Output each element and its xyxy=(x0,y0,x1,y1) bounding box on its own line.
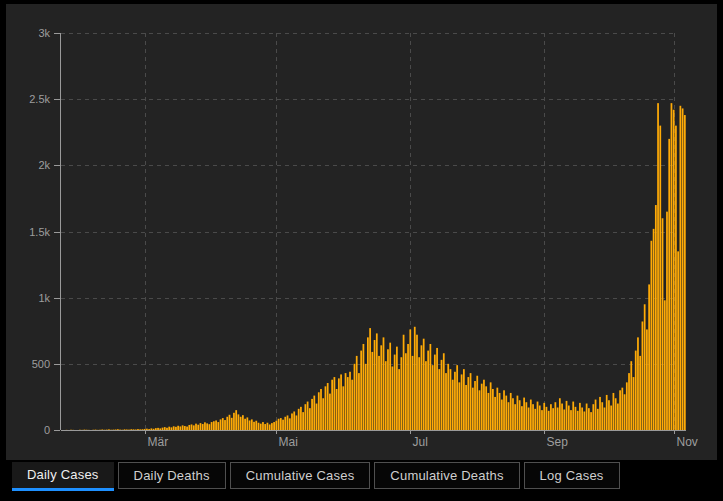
bar[interactable] xyxy=(550,404,552,430)
bar[interactable] xyxy=(164,427,166,430)
bar[interactable] xyxy=(425,361,427,430)
bar[interactable] xyxy=(563,409,565,430)
bar[interactable] xyxy=(619,390,621,430)
bar[interactable] xyxy=(443,353,445,430)
bar[interactable] xyxy=(380,345,382,430)
bar[interactable] xyxy=(615,398,617,430)
bar[interactable] xyxy=(595,400,597,430)
bar[interactable] xyxy=(275,421,277,430)
bar[interactable] xyxy=(191,424,193,430)
bar[interactable] xyxy=(342,386,344,430)
tab-cumulative-deaths[interactable]: Cumulative Deaths xyxy=(374,462,519,489)
bar[interactable] xyxy=(249,420,251,430)
bar[interactable] xyxy=(162,428,164,430)
bar[interactable] xyxy=(374,340,376,430)
bar[interactable] xyxy=(427,351,429,430)
bar[interactable] xyxy=(338,378,340,430)
bar[interactable] xyxy=(461,374,463,430)
bar[interactable] xyxy=(657,103,659,430)
bar[interactable] xyxy=(126,429,128,430)
bar[interactable] xyxy=(184,426,186,430)
bar[interactable] xyxy=(575,407,577,430)
bar[interactable] xyxy=(485,386,487,430)
tab-daily-deaths[interactable]: Daily Deaths xyxy=(118,462,226,489)
bar[interactable] xyxy=(340,374,342,430)
bar[interactable] xyxy=(570,410,572,430)
bar[interactable] xyxy=(157,428,159,430)
bar[interactable] xyxy=(182,425,184,430)
bar[interactable] xyxy=(385,361,387,430)
bar[interactable] xyxy=(517,396,519,430)
bar[interactable] xyxy=(664,300,666,430)
bar[interactable] xyxy=(289,418,291,430)
bar[interactable] xyxy=(592,404,594,430)
bar[interactable] xyxy=(635,351,637,430)
bar[interactable] xyxy=(445,373,447,430)
bar[interactable] xyxy=(188,425,190,430)
bar[interactable] xyxy=(467,377,469,430)
bar[interactable] xyxy=(253,422,255,430)
bar[interactable] xyxy=(305,404,307,430)
bar[interactable] xyxy=(624,394,626,430)
bar[interactable] xyxy=(543,403,545,430)
tab-daily-cases[interactable]: Daily Cases xyxy=(12,462,114,491)
bar[interactable] xyxy=(291,413,293,430)
bar[interactable] xyxy=(568,406,570,430)
bar[interactable] xyxy=(537,402,539,430)
bar[interactable] xyxy=(662,218,664,430)
bar[interactable] xyxy=(626,382,628,430)
bar[interactable] xyxy=(646,329,648,430)
bar[interactable] xyxy=(684,115,686,430)
bar[interactable] xyxy=(403,335,405,430)
bar[interactable] xyxy=(436,348,438,430)
bar[interactable] xyxy=(273,422,275,430)
bar[interactable] xyxy=(454,372,456,430)
bar[interactable] xyxy=(394,355,396,430)
bar[interactable] xyxy=(213,421,215,430)
bar[interactable] xyxy=(267,423,269,430)
bar[interactable] xyxy=(510,393,512,430)
bar[interactable] xyxy=(610,406,612,430)
bar[interactable] xyxy=(115,429,117,430)
bar[interactable] xyxy=(613,393,615,430)
bar[interactable] xyxy=(481,384,483,430)
bar[interactable] xyxy=(407,344,409,430)
bar[interactable] xyxy=(255,421,257,430)
bar[interactable] xyxy=(177,426,179,430)
bar[interactable] xyxy=(438,369,440,430)
bar[interactable] xyxy=(302,412,304,430)
bar[interactable] xyxy=(566,401,568,430)
bar[interactable] xyxy=(423,339,425,430)
bar[interactable] xyxy=(271,423,273,430)
bar[interactable] xyxy=(376,333,378,430)
bar[interactable] xyxy=(168,427,170,430)
bar[interactable] xyxy=(465,385,467,430)
bar[interactable] xyxy=(318,392,320,430)
bar[interactable] xyxy=(601,402,603,430)
bar[interactable] xyxy=(588,408,590,430)
bar[interactable] xyxy=(499,393,501,430)
bar[interactable] xyxy=(365,364,367,430)
bar[interactable] xyxy=(671,103,673,430)
bar[interactable] xyxy=(430,344,432,430)
bar[interactable] xyxy=(666,212,668,430)
bar[interactable] xyxy=(474,381,476,430)
bar[interactable] xyxy=(240,417,242,430)
bar[interactable] xyxy=(503,390,505,430)
bar[interactable] xyxy=(488,393,490,430)
bar[interactable] xyxy=(325,386,327,430)
bar[interactable] xyxy=(264,424,266,430)
bar[interactable] xyxy=(642,321,644,430)
bar[interactable] xyxy=(421,345,423,430)
bar[interactable] xyxy=(409,329,411,430)
bar[interactable] xyxy=(197,425,199,430)
bar[interactable] xyxy=(229,415,231,430)
bar[interactable] xyxy=(360,351,362,430)
bar[interactable] xyxy=(630,361,632,430)
bar[interactable] xyxy=(269,424,271,430)
bar[interactable] xyxy=(501,400,503,430)
bar[interactable] xyxy=(108,429,110,430)
bar[interactable] xyxy=(490,382,492,430)
bar[interactable] xyxy=(650,241,652,430)
bar[interactable] xyxy=(206,423,208,430)
